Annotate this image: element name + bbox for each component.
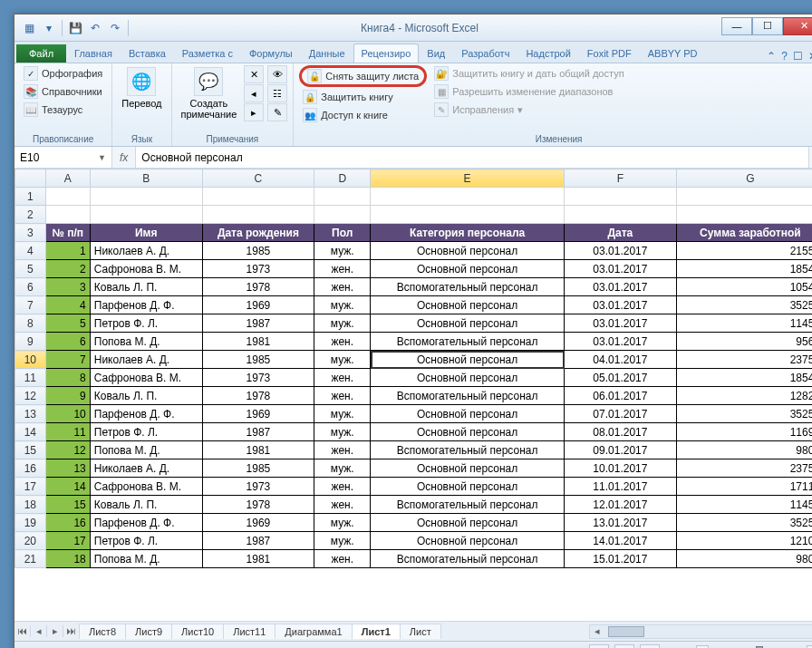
show-comment-button[interactable]: 👁 — [267, 65, 287, 83]
cell-F7[interactable]: 03.01.2017 — [565, 296, 677, 314]
cell-B18[interactable]: Коваль Л. П. — [90, 496, 202, 514]
row-header-5[interactable]: 5 — [15, 260, 46, 278]
cell-F4[interactable]: 03.01.2017 — [565, 242, 677, 260]
prev-comment-button[interactable]: ◂ — [244, 84, 264, 102]
cell-F18[interactable]: 12.01.2017 — [565, 496, 677, 514]
cell-E8[interactable]: Основной персонал — [371, 314, 565, 333]
cell-C16[interactable]: 1985 — [202, 459, 314, 478]
table-header-cell[interactable]: Сумма заработной — [676, 224, 812, 242]
spreadsheet-grid[interactable]: ABCDEFG123№ п/пИмяДата рожденияПолКатего… — [14, 169, 812, 621]
row-header-7[interactable]: 7 — [15, 296, 46, 314]
thesaurus-button[interactable]: 📖Тезаурус — [20, 102, 106, 118]
cell-D10[interactable]: муж. — [314, 351, 371, 369]
cell-E7[interactable]: Основной персонал — [371, 296, 565, 314]
cell-G15[interactable]: 9800 — [676, 441, 812, 459]
cell-C9[interactable]: 1981 — [202, 333, 314, 351]
cell-B15[interactable]: Попова М. Д. — [90, 441, 202, 459]
cell-D8[interactable]: муж. — [314, 314, 371, 333]
cell-D7[interactable]: муж. — [314, 296, 371, 314]
ribbon-tab-7[interactable]: Разработч — [453, 44, 517, 63]
cell-G5[interactable]: 18546 — [676, 260, 812, 278]
cell-A21[interactable]: 18 — [45, 550, 90, 568]
cell-B19[interactable]: Парфенов Д. Ф. — [90, 514, 202, 532]
cell-F19[interactable]: 13.01.2017 — [565, 514, 677, 532]
cell-A17[interactable]: 14 — [45, 478, 90, 496]
cell[interactable] — [565, 188, 677, 206]
cell-A18[interactable]: 15 — [45, 496, 90, 514]
cell-A20[interactable]: 17 — [45, 532, 90, 550]
table-header-cell[interactable]: Имя — [90, 224, 202, 242]
page-layout-view-button[interactable] — [614, 644, 634, 649]
row-header-20[interactable]: 20 — [15, 532, 46, 550]
cell-D4[interactable]: муж. — [314, 242, 371, 260]
formula-input[interactable]: Основной персонал — [135, 147, 808, 168]
cell-F9[interactable]: 03.01.2017 — [565, 333, 677, 351]
cell-F16[interactable]: 10.01.2017 — [565, 459, 677, 478]
sheet-tab-Лист[interactable]: Лист — [400, 624, 441, 639]
cell-D21[interactable]: жен. — [314, 550, 371, 568]
cell[interactable] — [90, 188, 202, 206]
cell-F11[interactable]: 05.01.2017 — [565, 369, 677, 387]
undo-icon[interactable]: ↶ — [86, 19, 104, 37]
cell-G14[interactable]: 11698 — [676, 423, 812, 441]
cell-C10[interactable]: 1985 — [202, 351, 314, 369]
row-header-8[interactable]: 8 — [15, 314, 46, 333]
research-button[interactable]: 📚Справочники — [20, 83, 106, 100]
ribbon-tab-4[interactable]: Данные — [301, 44, 353, 63]
cell-G11[interactable]: 18546 — [676, 369, 812, 387]
cell-A12[interactable]: 9 — [45, 387, 90, 405]
protect-workbook-button[interactable]: 🔒Защитить книгу — [299, 89, 427, 105]
show-ink-button[interactable]: ✎ — [267, 103, 287, 121]
ribbon-tab-5[interactable]: Рецензиро — [353, 44, 420, 63]
ribbon-tab-10[interactable]: ABBYY PD — [640, 44, 706, 63]
cell[interactable] — [314, 188, 371, 206]
delete-comment-button[interactable]: ✕ — [244, 65, 264, 83]
cell-E14[interactable]: Основной персонал — [371, 423, 565, 441]
next-comment-button[interactable]: ▸ — [244, 103, 264, 121]
zoom-out-button[interactable]: − — [696, 645, 709, 649]
unprotect-sheet-button[interactable]: 🔓Снять защиту листа — [299, 65, 427, 87]
cell-B6[interactable]: Коваль Л. П. — [90, 278, 202, 296]
zoom-in-button[interactable]: + — [807, 645, 812, 649]
row-header-9[interactable]: 9 — [15, 333, 46, 351]
ribbon-tab-1[interactable]: Вставка — [121, 44, 174, 63]
cell[interactable] — [314, 206, 371, 224]
cell-D20[interactable]: муж. — [314, 532, 371, 550]
ribbon-tab-8[interactable]: Надстрой — [517, 44, 578, 63]
cell-A13[interactable]: 10 — [45, 405, 90, 423]
cell[interactable] — [202, 188, 314, 206]
share-workbook-button[interactable]: 👥Доступ к книге — [299, 107, 427, 123]
cell-F13[interactable]: 07.01.2017 — [565, 405, 677, 423]
cell-C13[interactable]: 1969 — [202, 405, 314, 423]
sheet-tab-Лист11[interactable]: Лист11 — [223, 624, 276, 639]
ribbon-tab-6[interactable]: Вид — [419, 44, 453, 63]
cell-D19[interactable]: муж. — [314, 514, 371, 532]
cell-E13[interactable]: Основной персонал — [371, 405, 565, 423]
cell-D17[interactable]: жен. — [314, 478, 371, 496]
cell-F8[interactable]: 03.01.2017 — [565, 314, 677, 333]
name-box[interactable]: E10▼ — [14, 147, 112, 168]
sheet-first-button[interactable]: ⏮ — [14, 625, 31, 637]
redo-icon[interactable]: ↷ — [106, 19, 124, 37]
close-button[interactable]: ✕ — [783, 17, 812, 35]
ribbon-tab-2[interactable]: Разметка с — [174, 44, 241, 63]
row-header-3[interactable]: 3 — [15, 224, 46, 242]
cell-F5[interactable]: 03.01.2017 — [565, 260, 677, 278]
col-header-A[interactable]: A — [45, 169, 90, 188]
sheet-tab-Диаграмма1[interactable]: Диаграмма1 — [275, 624, 352, 639]
row-header-1[interactable]: 1 — [15, 188, 46, 206]
row-header-11[interactable]: 11 — [15, 369, 46, 387]
sheet-tab-Лист1[interactable]: Лист1 — [352, 624, 401, 639]
ribbon-tab-3[interactable]: Формулы — [241, 44, 301, 63]
cell-A16[interactable]: 13 — [45, 459, 90, 478]
cell-C15[interactable]: 1981 — [202, 441, 314, 459]
cell-G9[interactable]: 9564 — [676, 333, 812, 351]
cell-G18[interactable]: 11456 — [676, 496, 812, 514]
cell-D6[interactable]: жен. — [314, 278, 371, 296]
cell-A11[interactable]: 8 — [45, 369, 90, 387]
page-break-view-button[interactable] — [640, 644, 660, 649]
cell[interactable] — [202, 206, 314, 224]
row-header-18[interactable]: 18 — [15, 496, 46, 514]
cell-A15[interactable]: 12 — [45, 441, 90, 459]
cell-G4[interactable]: 21556 — [676, 242, 812, 260]
